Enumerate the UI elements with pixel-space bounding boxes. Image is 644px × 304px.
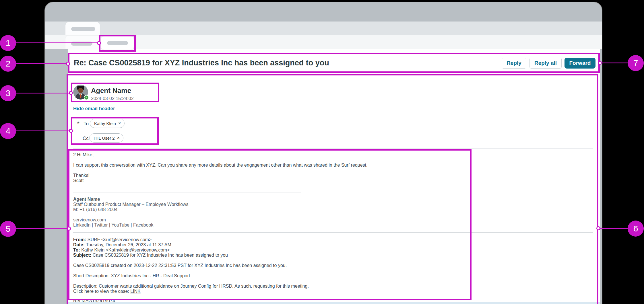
annotation-anchor-ring (69, 129, 73, 133)
annotation-box-tab (99, 35, 136, 52)
annotation-line-7 (602, 63, 628, 63)
callout-badge-3: 3 (0, 85, 16, 101)
annotation-anchor-ring (97, 41, 101, 45)
annotation-line-5 (16, 228, 67, 229)
annotation-line-6 (600, 228, 628, 229)
skeleton-tab-primary[interactable] (65, 22, 100, 35)
callout-badge-1: 1 (0, 35, 16, 51)
skeleton-text-placeholder (71, 27, 95, 31)
callout-badge-2: 2 (0, 56, 16, 72)
annotation-anchor-ring (596, 226, 600, 230)
annotation-anchor-ring (598, 61, 602, 65)
annotation-anchor-ring (69, 91, 73, 95)
annotation-line-3 (16, 93, 69, 93)
callout-badge-6: 6 (628, 221, 644, 237)
annotation-box-subject-row (68, 53, 600, 73)
callout-badge-7: 7 (628, 55, 644, 71)
callout-badge-5: 5 (0, 221, 16, 237)
tab-bar-row-1 (45, 22, 602, 35)
annotation-anchor-ring (67, 227, 71, 231)
annotation-line-4 (16, 130, 69, 131)
annotation-line-2 (16, 63, 66, 64)
annotation-anchor-ring (66, 62, 70, 66)
annotation-box-email-view (67, 74, 598, 304)
annotated-screenshot-canvas: Re: Case CS0025819 for XYZ Industries In… (0, 0, 644, 304)
callout-badge-4: 4 (0, 123, 16, 139)
skeleton-tab-secondary[interactable] (65, 36, 100, 49)
annotation-line-1 (16, 42, 97, 43)
